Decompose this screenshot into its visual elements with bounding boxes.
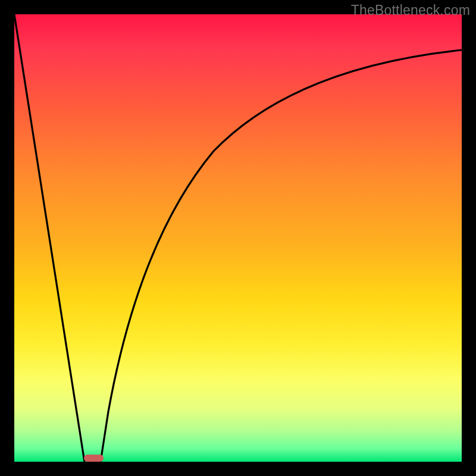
left-line [14,14,84,462]
pill-marker [84,455,104,462]
curve-layer [14,14,462,462]
chart-frame: TheBottleneck.com [0,0,476,476]
plot-area [14,14,462,462]
watermark-text: TheBottleneck.com [351,2,470,18]
right-curve [101,50,462,462]
